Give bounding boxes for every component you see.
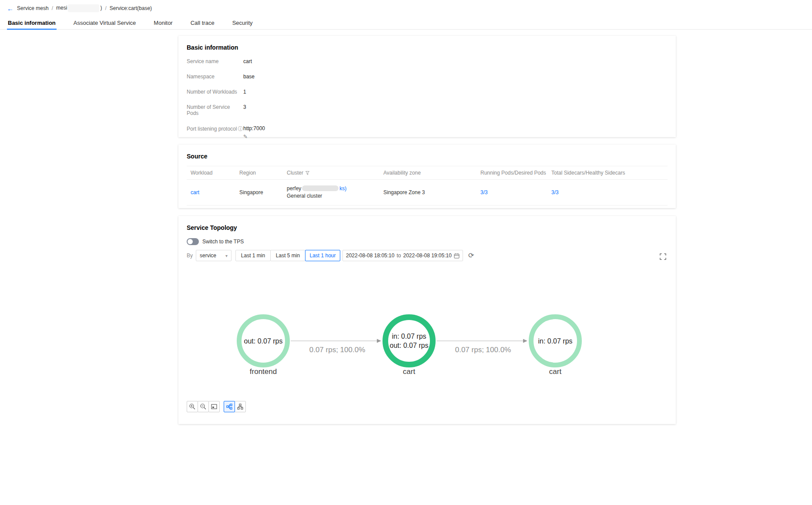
col-cluster: Cluster — [283, 166, 379, 179]
topology-node-cart[interactable]: in: 0.07 rps out: 0.07 rps — [383, 314, 436, 367]
source-title: Source — [187, 153, 668, 160]
protocol-value: http:7000 — [243, 125, 265, 131]
main-content: Basic information Service name cart Name… — [0, 30, 812, 424]
table-row: cart Singapore perfeyks) General cluster… — [187, 180, 668, 205]
mesh-name-suffix: ) — [100, 5, 102, 11]
mesh-name-prefix: mesi — [56, 5, 67, 11]
source-card: Source Workload Region Cluster Availabil… — [178, 145, 676, 208]
basic-information-fields: Service name cart Namespace base Number … — [187, 58, 668, 140]
basic-information-title: Basic information — [187, 44, 668, 51]
basic-information-card: Basic information Service name cart Name… — [178, 36, 676, 137]
running-pods-link[interactable]: 3/3 — [480, 189, 547, 196]
col-running-pods: Running Pods/Desired Pods — [476, 166, 547, 179]
node-metric: in: 0.07 rps — [392, 332, 426, 341]
zone-cell: Singapore Zone 3 — [379, 180, 476, 205]
field-value: http:7000 ✎ — [243, 125, 265, 140]
field-port-listening-protocol: Port listening protocolⓘ http:7000 ✎ — [187, 125, 668, 140]
field-namespace: Namespace base — [187, 74, 668, 80]
field-value: cart — [243, 58, 252, 64]
tab-call-trace[interactable]: Call trace — [190, 17, 215, 29]
node-metric: out: 0.07 rps — [390, 341, 429, 350]
fit-view-button[interactable] — [208, 401, 220, 412]
service-topology-card: Service Topology Switch to the TPS By se… — [178, 216, 676, 424]
breadcrumb-service-mesh[interactable]: Service mesh — [17, 5, 49, 11]
topology-node-frontend[interactable]: out: 0.07 rps — [237, 314, 290, 367]
layout-tree-button[interactable] — [235, 401, 246, 412]
tab-basic-information[interactable]: Basic information — [7, 17, 57, 30]
breadcrumb-current: Service:cart(base) — [110, 5, 152, 11]
field-label: Number of Service Pods — [187, 104, 243, 116]
tab-monitor[interactable]: Monitor — [153, 17, 173, 29]
edit-pencil-icon[interactable]: ✎ — [243, 134, 248, 140]
cluster-cell: perfeyks) General cluster — [283, 180, 379, 205]
topology-graph: out: 0.07 rps frontend in: 0.07 rps out:… — [178, 216, 676, 424]
field-value: 1 — [243, 89, 246, 95]
region-cell: Singapore — [235, 180, 283, 205]
tab-bar: Basic information Associate Virtual Serv… — [0, 17, 812, 30]
field-service-name: Service name cart — [187, 58, 668, 64]
breadcrumb-mesh-name[interactable]: mesi) — [56, 4, 102, 12]
cluster-name[interactable]: perfeyks) — [287, 185, 379, 192]
tab-associate-virtual-service[interactable]: Associate Virtual Service — [73, 17, 137, 29]
sidecars-link[interactable]: 3/3 — [551, 189, 668, 196]
redacted-cluster-id — [302, 185, 339, 191]
info-icon[interactable]: ⓘ — [238, 126, 243, 132]
edge-label-cart-cart: 0.07 rps; 100.0% — [435, 346, 531, 354]
field-label: Service name — [187, 58, 243, 64]
source-table-header: Workload Region Cluster Availability zon… — [187, 166, 668, 180]
zoom-out-button[interactable] — [198, 401, 209, 412]
graph-toolbar — [187, 401, 246, 412]
topology-node-cart-2[interactable]: in: 0.07 rps — [529, 314, 582, 367]
field-label: Number of Workloads — [187, 89, 243, 95]
edge-label-frontend-cart: 0.07 rps; 100.0% — [289, 346, 385, 354]
breadcrumb: ← Service mesh / mesi) / Service:cart(ba… — [0, 0, 812, 17]
col-availability-zone: Availability zone — [379, 166, 476, 179]
breadcrumb-separator: / — [105, 5, 106, 11]
node-metric: out: 0.07 rps — [244, 337, 283, 346]
cluster-name-prefix: perfey — [287, 185, 301, 192]
col-workload: Workload — [187, 166, 235, 179]
cluster-name-suffix: ks) — [339, 185, 346, 192]
field-label: Port listening protocolⓘ — [187, 125, 243, 133]
node-label-frontend: frontend — [220, 367, 307, 376]
cluster-type: General cluster — [287, 192, 379, 200]
node-label-cart-2: cart — [512, 367, 599, 376]
source-table: Workload Region Cluster Availability zon… — [187, 166, 668, 205]
breadcrumb-separator: / — [52, 5, 53, 11]
col-cluster-label: Cluster — [287, 170, 303, 176]
col-total-sidecars: Total Sidecars/Healthy Sidecars — [547, 166, 668, 179]
redacted-mesh-id — [68, 4, 99, 12]
workload-link[interactable]: cart — [191, 189, 235, 196]
layout-horizontal-button[interactable] — [224, 401, 235, 412]
field-number-of-workloads: Number of Workloads 1 — [187, 89, 668, 95]
field-label: Namespace — [187, 74, 243, 80]
field-value: 3 — [243, 104, 246, 110]
time-range-last-1-hour-button[interactable]: Last 1 hour — [305, 250, 340, 261]
node-label-cart: cart — [366, 367, 453, 376]
tab-security[interactable]: Security — [232, 17, 254, 29]
node-metric: in: 0.07 rps — [538, 337, 572, 346]
zoom-in-button[interactable] — [187, 401, 198, 412]
field-label-text: Port listening protocol — [187, 126, 237, 132]
field-number-of-service-pods: Number of Service Pods 3 — [187, 104, 668, 116]
back-arrow-icon[interactable]: ← — [7, 5, 13, 12]
filter-icon[interactable] — [305, 171, 310, 175]
field-value: base — [243, 74, 255, 80]
col-region: Region — [235, 166, 283, 179]
